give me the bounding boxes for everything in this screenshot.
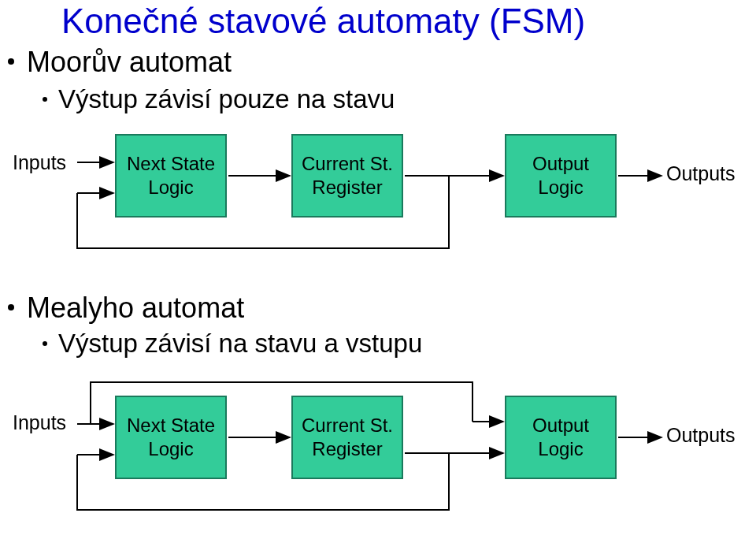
moor-name: Moorův automat — [27, 46, 232, 78]
moor-desc-line: Výstup závisí pouze na stavu — [43, 84, 395, 114]
bullet-icon — [8, 58, 14, 65]
mealy-heading: Mealyho automat — [8, 292, 244, 325]
mealy-desc-line: Výstup závisí na stavu a vstupu — [43, 329, 422, 359]
page-title: Konečné stavové automaty (FSM) — [61, 2, 585, 41]
mealy-name: Mealyho automat — [27, 292, 244, 324]
moor-diagram: Inputs Next State Logic Current St. Regi… — [0, 134, 756, 284]
moor-heading: Moorův automat — [8, 46, 232, 79]
moor-desc: Výstup závisí pouze na stavu — [58, 84, 395, 113]
moor-arrows — [0, 134, 756, 284]
mealy-diagram: Inputs Next State Logic Current St. Regi… — [0, 378, 756, 544]
mealy-desc: Výstup závisí na stavu a vstupu — [58, 329, 422, 358]
bullet-icon — [43, 341, 47, 346]
mealy-arrows — [0, 378, 756, 544]
bullet-icon — [8, 304, 14, 310]
bullet-icon — [43, 97, 47, 102]
